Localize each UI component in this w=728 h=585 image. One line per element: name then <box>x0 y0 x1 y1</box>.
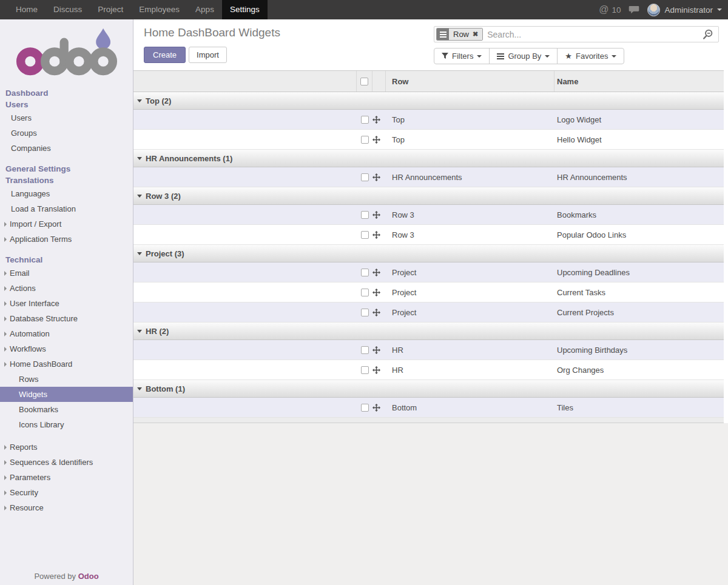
user-menu[interactable]: Administrator <box>647 4 722 16</box>
sidebar-item-companies[interactable]: Companies <box>0 141 133 156</box>
sidebar-item-sequences-identifiers[interactable]: Sequences & Identifiers <box>0 455 133 470</box>
cell-row: Top <box>386 135 554 144</box>
sidebar-item-automation[interactable]: Automation <box>0 326 133 341</box>
sidebar-item-label: Technical <box>5 255 42 264</box>
nav-discuss[interactable]: Discuss <box>46 0 90 19</box>
sidebar-item-label: Load a Translation <box>11 204 76 213</box>
table-row[interactable]: ProjectCurrent Projects <box>133 303 724 323</box>
sidebar-item-general-settings[interactable]: General Settings <box>0 163 133 175</box>
close-icon[interactable]: ✖ <box>473 30 478 38</box>
cell-name: Logo Widget <box>554 115 724 124</box>
drag-handle[interactable] <box>372 398 386 417</box>
drag-handle[interactable] <box>372 303 386 322</box>
mentions-indicator[interactable]: @ 10 <box>599 4 621 15</box>
cell-name: Current Projects <box>554 308 724 317</box>
column-header-row[interactable]: Row <box>386 71 554 92</box>
sidebar-item-bookmarks[interactable]: Bookmarks <box>0 402 133 417</box>
row-checkbox[interactable] <box>361 116 369 124</box>
sidebar-item-parameters[interactable]: Parameters <box>0 470 133 485</box>
search-bar[interactable]: Row ✖ <box>434 26 719 42</box>
group-header-project-3[interactable]: Project (3) <box>133 245 724 262</box>
sidebar-item-users[interactable]: Users <box>0 99 133 110</box>
sidebar-item-groups[interactable]: Groups <box>0 125 133 141</box>
sidebar-item-actions[interactable]: Actions <box>0 281 133 296</box>
create-button[interactable]: Create <box>144 47 186 63</box>
select-all-checkbox[interactable] <box>360 78 368 85</box>
table-row[interactable]: HROrg Changes <box>133 360 724 380</box>
chevron-down-icon <box>612 55 616 58</box>
sidebar-item-user-interface[interactable]: User Interface <box>0 296 133 311</box>
group-header-top-2[interactable]: Top (2) <box>133 92 724 110</box>
sidebar-item-dashboard[interactable]: Dashboard <box>0 87 133 99</box>
table-row[interactable]: Row 3Bookmarks <box>133 205 724 225</box>
sidebar-item-workflows[interactable]: Workflows <box>0 341 133 356</box>
sidebar-item-languages[interactable]: Languages <box>0 186 133 201</box>
page-title: Home DashBoard Widgets <box>144 26 434 39</box>
row-spacer <box>133 282 357 302</box>
group-header-bottom-1[interactable]: Bottom (1) <box>133 380 724 398</box>
table-row[interactable]: TopLogo Widget <box>133 110 724 130</box>
sidebar-item-load-a-translation[interactable]: Load a Translation <box>0 201 133 216</box>
row-checkbox[interactable] <box>361 269 369 276</box>
row-checkbox[interactable] <box>361 366 369 374</box>
odoo-brand-link[interactable]: Odoo <box>78 572 99 581</box>
drag-handle[interactable] <box>372 205 386 224</box>
sidebar-item-home-dashboard[interactable]: Home DashBoard <box>0 356 133 372</box>
sidebar-item-application-terms[interactable]: Application Terms <box>0 232 133 247</box>
import-button[interactable]: Import <box>189 47 227 63</box>
row-checkbox[interactable] <box>361 289 369 296</box>
row-checkbox[interactable] <box>361 346 369 354</box>
table-row[interactable]: BottomTiles <box>133 398 724 418</box>
row-checkbox[interactable] <box>361 231 369 239</box>
move-arrows-icon <box>372 231 380 239</box>
row-checkbox[interactable] <box>361 173 369 181</box>
nav-settings[interactable]: Settings <box>222 0 268 19</box>
table-row[interactable]: ProjectUpcoming Deadlines <box>133 262 724 282</box>
group-by-button[interactable]: Group By <box>489 48 558 64</box>
drag-handle[interactable] <box>372 225 386 244</box>
table-row[interactable]: ProjectCurrent Tasks <box>133 282 724 303</box>
sidebar-item-icons-library[interactable]: Icons Library <box>0 417 133 432</box>
drag-handle[interactable] <box>372 262 386 282</box>
nav-apps[interactable]: Apps <box>187 0 222 19</box>
favorites-button[interactable]: ★ Favorites <box>557 48 624 64</box>
sidebar-item-widgets[interactable]: Widgets <box>0 387 133 402</box>
table-row[interactable]: HRUpcoming Birthdays <box>133 340 724 360</box>
row-checkbox[interactable] <box>361 404 369 412</box>
nav-employees[interactable]: Employees <box>131 0 187 19</box>
table-row[interactable]: TopHello Widget <box>133 130 724 150</box>
sidebar-item-resource[interactable]: Resource <box>0 500 133 515</box>
table-row[interactable]: HR AnnouncementsHR Announcements <box>133 167 724 187</box>
move-arrows-icon <box>372 346 380 354</box>
drag-handle[interactable] <box>372 167 386 187</box>
sidebar-item-security[interactable]: Security <box>0 485 133 500</box>
sidebar-item-import-export[interactable]: Import / Export <box>0 216 133 232</box>
chat-bubble-icon[interactable] <box>629 5 639 14</box>
group-header-hr-announcements-1[interactable]: HR Announcements (1) <box>133 150 724 167</box>
column-header-name[interactable]: Name <box>554 77 724 86</box>
sidebar-item-translations[interactable]: Translations <box>0 175 133 186</box>
sidebar-item-database-structure[interactable]: Database Structure <box>0 311 133 326</box>
drag-handle[interactable] <box>372 340 386 359</box>
group-header-row-3-2[interactable]: Row 3 (2) <box>133 187 724 205</box>
search-input[interactable] <box>483 30 702 39</box>
search-icon[interactable] <box>702 28 714 41</box>
row-checkbox[interactable] <box>361 136 369 144</box>
drag-handle[interactable] <box>372 282 386 302</box>
sidebar-item-rows[interactable]: Rows <box>0 372 133 387</box>
sidebar-item-technical[interactable]: Technical <box>0 254 133 266</box>
nav-home[interactable]: Home <box>8 0 46 19</box>
row-checkbox[interactable] <box>361 309 369 316</box>
sidebar-item-reports[interactable]: Reports <box>0 440 133 455</box>
sidebar-item-email[interactable]: Email <box>0 266 133 281</box>
caret-right-icon <box>4 460 7 465</box>
filters-button[interactable]: Filters <box>434 48 490 64</box>
sidebar-item-users[interactable]: Users <box>0 110 133 125</box>
table-row[interactable]: Row 3Popular Odoo Links <box>133 225 724 245</box>
row-checkbox[interactable] <box>361 211 369 219</box>
drag-handle[interactable] <box>372 360 386 379</box>
group-header-hr-2[interactable]: HR (2) <box>133 323 724 340</box>
drag-handle[interactable] <box>372 110 386 129</box>
drag-handle[interactable] <box>372 130 386 149</box>
nav-project[interactable]: Project <box>90 0 131 19</box>
